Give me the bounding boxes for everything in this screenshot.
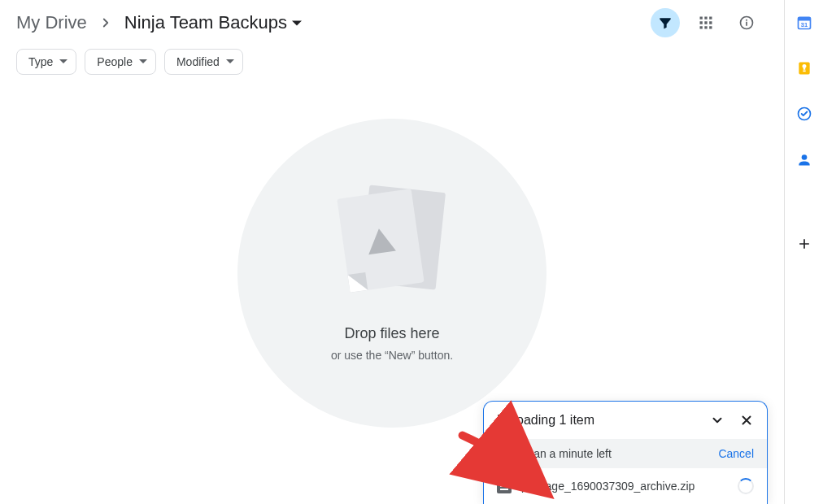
chevron-right-icon [98,15,113,30]
cancel-button[interactable]: Cancel [718,447,754,460]
filter-chips-row: Type People Modified [0,46,784,86]
caret-down-icon [292,12,302,33]
side-app-contacts[interactable] [791,146,817,172]
filter-icon [657,15,673,31]
upload-status-panel: Uploading 1 item Less than a minute left… [483,401,768,504]
keep-icon [796,60,812,76]
svg-rect-1 [746,22,747,26]
breadcrumb-current-label: Ninja Team Backups [124,12,287,33]
empty-subtitle: or use the “New” button. [331,349,453,362]
side-app-tasks[interactable] [791,101,817,127]
header-bar: My Drive Ninja Team Backups [0,0,784,46]
spinner-icon [738,478,754,494]
upload-eta: Less than a minute left [497,447,612,460]
close-icon [739,413,754,428]
svg-point-2 [746,20,747,21]
close-button[interactable] [739,413,754,428]
side-app-keep[interactable] [791,55,817,81]
breadcrumb-root[interactable]: My Drive [16,12,87,33]
plus-icon [796,236,812,252]
collapse-button[interactable] [710,413,725,428]
grid-view-button[interactable] [691,8,721,37]
empty-state: Drop files here or use the “New” button. [237,119,546,428]
calendar-icon: 31 [796,15,812,31]
filter-modified[interactable]: Modified [164,49,243,75]
caret-down-icon [59,55,67,68]
upload-title: Uploading 1 item [497,413,594,428]
empty-title: Drop files here [344,325,439,342]
info-icon [738,15,755,31]
filter-people[interactable]: People [85,49,156,75]
side-panel: 31 [784,0,823,504]
chevron-down-icon [710,413,725,428]
filter-button[interactable] [651,8,680,37]
grid-view-icon [698,15,714,31]
contacts-icon [796,151,812,167]
drive-logo-icon [365,226,396,254]
filter-chip-label: People [97,55,133,68]
filter-type[interactable]: Type [16,49,76,75]
caret-down-icon [226,55,234,68]
side-app-calendar[interactable]: 31 [791,10,817,36]
svg-point-9 [801,154,807,160]
breadcrumb: My Drive Ninja Team Backups [16,12,302,33]
info-button[interactable] [732,8,761,37]
svg-rect-4 [798,17,810,20]
file-icon [497,479,512,493]
caret-down-icon [139,55,147,68]
filter-chip-label: Modified [176,55,220,68]
svg-text:31: 31 [800,21,807,28]
tasks-icon [796,106,812,122]
breadcrumb-current[interactable]: Ninja Team Backups [124,12,302,33]
empty-illustration [343,185,441,307]
filter-chip-label: Type [28,55,53,68]
svg-rect-7 [803,71,805,72]
side-app-add[interactable] [791,231,817,257]
upload-filename: package_1690037309_archive.zip [521,480,728,493]
upload-row[interactable]: package_1690037309_archive.zip [484,468,767,504]
